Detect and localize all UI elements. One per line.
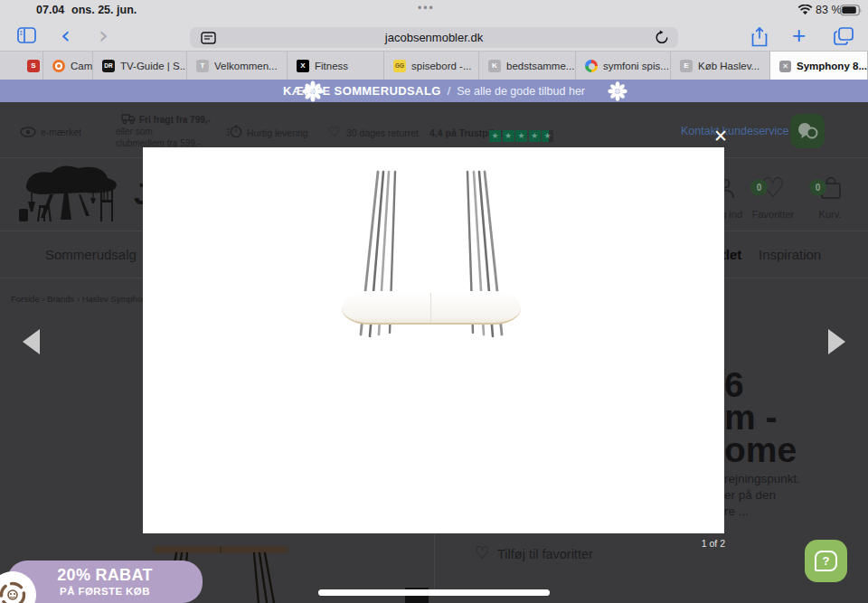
star-icon: ★ [515, 130, 527, 142]
trustpilot-stars: ★★★★★ [489, 126, 555, 142]
battery-percent: 83 % [816, 4, 842, 16]
status-bar: 07.04 ons. 25. jun. ••• 83 % [0, 0, 868, 24]
tab-favicon: K [488, 60, 501, 72]
cart-label[interactable]: Kurv. [808, 209, 852, 220]
reader-icon[interactable] [201, 32, 216, 47]
image-lightbox [143, 147, 724, 533]
sale-banner-separator: / [448, 85, 450, 98]
cart-count-badge: 0 [809, 179, 826, 196]
tab-camp[interactable]: Camp... [43, 52, 93, 80]
tab-spisebord[interactable]: GG spisebord -... [384, 52, 479, 80]
tab-velkommen[interactable]: T Velkommen... [187, 52, 288, 80]
tab-favicon: T [196, 60, 209, 72]
ipad-screen: 07.04 ons. 25. jun. ••• 83 % ‹ › + [0, 0, 868, 603]
address-bar[interactable]: jacobsenmobler.dk [190, 27, 678, 48]
product-desc-fragment: er på den [724, 488, 776, 502]
favorites-count-badge: 0 [750, 179, 768, 196]
star-icon: ★ [489, 130, 501, 142]
breadcrumb[interactable]: Forside › Brands › Haslev Symphony [11, 294, 151, 304]
lightbox-prev-arrow[interactable] [22, 328, 41, 359]
back-button[interactable]: ‹ [61, 25, 71, 45]
promo-line1: 20% RABAT [7, 566, 203, 585]
nav-sommerudsalg[interactable]: Sommerudsalg [45, 247, 137, 262]
tab-fitness[interactable]: X Fitness [288, 52, 384, 80]
new-tab-button[interactable]: + [792, 25, 806, 45]
divider [434, 533, 435, 593]
usp-emaerket[interactable]: e-mærket [41, 127, 81, 137]
tab-favicon: S [27, 60, 40, 72]
lightbox-close-icon[interactable]: ✕ [711, 126, 731, 146]
tab-symfoni[interactable]: symfoni spis... [576, 52, 671, 80]
flower-icon [608, 81, 627, 105]
lightbox-next-arrow[interactable] [827, 328, 846, 359]
tab-close-icon[interactable]: ✕ [779, 61, 791, 72]
sale-banner-link[interactable]: Se alle de gode tilbud her [457, 85, 585, 98]
wifi-icon [797, 5, 813, 19]
product-photo-tabletop [342, 291, 521, 325]
usp-shipping-line1: Fri fragt fra 799,- [139, 115, 211, 125]
tab-favicon-google-icon [585, 60, 598, 72]
shop-logo-tree-illustration[interactable] [14, 162, 124, 229]
sale-banner[interactable]: KÆMPE SOMMERUDSALG / Se alle de gode til… [0, 80, 868, 102]
tabs-overview-icon[interactable] [834, 27, 854, 49]
tab-symphony-active[interactable]: ✕ Symphony 8... [770, 52, 868, 80]
read-more-link-fragment[interactable]: re ... [724, 504, 749, 518]
home-indicator[interactable] [318, 589, 550, 596]
clock: 07.04 [36, 4, 64, 16]
tab-favicon: X [297, 60, 309, 72]
fast-delivery-icon [226, 125, 242, 138]
star-icon: ★ [529, 130, 541, 142]
product-title-fragment: ome [724, 432, 797, 467]
tab-favicon: DR [102, 60, 115, 72]
emaerket-eye-icon [20, 127, 36, 137]
discount-promo-badge[interactable]: 20% RABAT PÅ FØRSTE KØB [7, 561, 203, 603]
add-to-favorites-button[interactable]: Tilføj til favoritter [497, 547, 593, 561]
usp-shipping-line2: eller som [116, 127, 153, 137]
reload-icon[interactable] [655, 30, 669, 48]
product-photo-table-legs [143, 147, 724, 533]
returns-heart-icon: ♡ [328, 124, 340, 140]
forward-button[interactable]: › [99, 25, 108, 45]
usp-returns: 30 dages returret [346, 127, 419, 138]
tab-partial[interactable]: S [0, 52, 43, 80]
tab-favicon: E [680, 60, 693, 72]
date: ons. 25. jun. [71, 4, 137, 16]
customer-service-chat-icon[interactable] [790, 114, 825, 148]
sidebar-toggle-icon[interactable] [17, 27, 36, 47]
star-half-icon: ★ [542, 130, 553, 142]
lightbox-counter: 1 of 2 [660, 538, 725, 549]
battery-icon [840, 5, 863, 19]
tabletop-seam [430, 293, 431, 323]
chat-question-icon: ? [815, 551, 837, 571]
tab-bedstsammen[interactable]: K bedstsamme... [479, 52, 576, 80]
tab-favicon: GG [393, 60, 406, 72]
promo-line2: PÅ FØRSTE KØB [7, 586, 203, 597]
tab-tv-guide[interactable]: DR TV-Guide | S... [93, 52, 187, 80]
url-text: jacobsenmobler.dk [385, 31, 483, 44]
star-icon: ★ [503, 130, 514, 142]
nav-inspiration[interactable]: Inspiration [759, 247, 821, 262]
flower-icon [302, 80, 324, 106]
tab-koeb-haslev[interactable]: E Køb Haslev... [671, 52, 770, 80]
multitask-dots-icon: ••• [418, 2, 435, 14]
add-favorite-heart-icon[interactable]: ♡ [475, 542, 490, 562]
share-icon[interactable] [750, 26, 769, 52]
contact-link[interactable]: Kontakt kundeservice [681, 125, 789, 137]
tab-bar: S Camp... DR TV-Guide | S... T Velkommen… [0, 51, 868, 80]
product-desc-fragment: rejningspunkt. [724, 472, 800, 485]
chat-widget-button[interactable]: ? [805, 540, 847, 582]
usp-delivery: Hurtig levering [247, 127, 308, 138]
tab-favicon [52, 60, 65, 72]
favorites-label[interactable]: Favoritter [741, 209, 805, 220]
